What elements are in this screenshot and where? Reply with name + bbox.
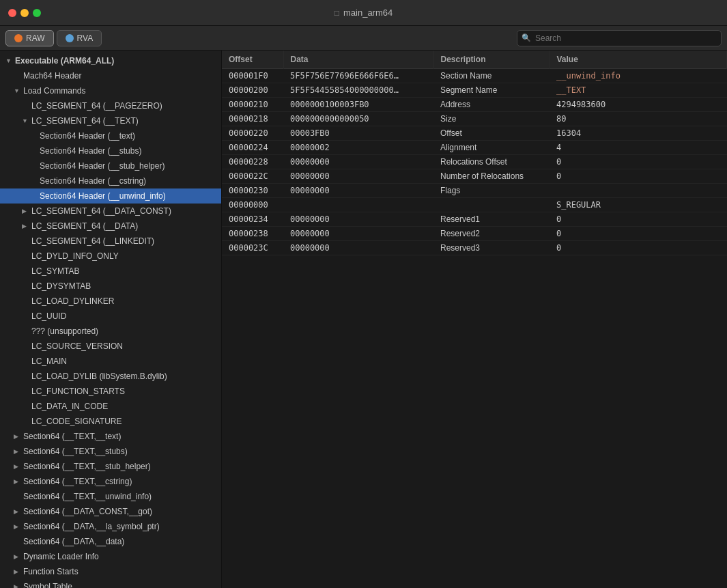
sidebar-item-section64-text-unwind-info[interactable]: Section64 (__TEXT,__unwind_info) — [0, 489, 221, 504]
cell-description: Number of Relocations — [433, 169, 550, 184]
sidebar-item-section64-text-text[interactable]: Section64 (__TEXT,__text) — [0, 429, 221, 444]
cell-offset: 00000238 — [222, 227, 283, 241]
chevron-icon — [22, 117, 30, 124]
sidebar-item-label: Function Starts — [23, 567, 79, 576]
sidebar-item-lc-dyld-info-only[interactable]: LC_DYLD_INFO_ONLY — [0, 249, 221, 264]
window-title: □ main_arm64 — [334, 8, 393, 18]
cell-value — [550, 184, 727, 198]
rva-label: RVA — [77, 33, 94, 43]
sidebar-item-section64-stub-helper[interactable]: Section64 Header (__stub_helper) — [0, 158, 221, 173]
sidebar-item-symbol-table[interactable]: Symbol Table — [0, 579, 221, 588]
toolbar: RAW RVA 🔍 — [0, 26, 727, 51]
sidebar-item-label: Section64 (__TEXT,__stub_helper) — [23, 462, 151, 471]
maximize-button[interactable] — [33, 9, 41, 17]
table-row: 0000022000003FB0Offset16304 — [222, 126, 727, 141]
sidebar-item-lc-main[interactable]: LC_MAIN — [0, 354, 221, 369]
window-icon: □ — [334, 8, 339, 18]
sidebar-item-mach64-header[interactable]: Mach64 Header — [0, 68, 221, 83]
sidebar-item-label: LC_CODE_SIGNATURE — [31, 417, 122, 426]
sidebar-item-section64-text-stub-helper[interactable]: Section64 (__TEXT,__stub_helper) — [0, 459, 221, 474]
sidebar-item-section64-data-la-symbol-ptr[interactable]: Section64 (__DATA,__la_symbol_ptr) — [0, 519, 221, 534]
cell-offset: 000001F0 — [222, 69, 283, 83]
sidebar-item-lc-code-signature[interactable]: LC_CODE_SIGNATURE — [0, 414, 221, 429]
sidebar-item-label: Section64 (__DATA,__data) — [23, 537, 124, 546]
sidebar-item-lc-load-dylinker[interactable]: LC_LOAD_DYLINKER — [0, 294, 221, 309]
cell-data — [283, 198, 433, 212]
sidebar-item-lc-uuid[interactable]: LC_UUID — [0, 309, 221, 324]
cell-description — [433, 198, 550, 212]
sidebar-item-lc-segment-data-const[interactable]: LC_SEGMENT_64 (__DATA_CONST) — [0, 204, 221, 219]
sidebar-item-lc-segment-data[interactable]: LC_SEGMENT_64 (__DATA) — [0, 219, 221, 234]
table-row: 0000023800000000Reserved20 — [222, 227, 727, 241]
sidebar-item-section64-data-const-got[interactable]: Section64 (__DATA_CONST,__got) — [0, 504, 221, 519]
cell-data: 5F5F54455854000000000… — [283, 83, 433, 98]
sidebar-item-function-starts[interactable]: Function Starts — [0, 564, 221, 579]
table-row: 0000023C00000000Reserved30 — [222, 241, 727, 255]
chevron-icon — [14, 433, 22, 440]
sidebar-item-lc-source-version[interactable]: LC_SOURCE_VERSION — [0, 339, 221, 354]
cell-data: 00000000 — [283, 184, 433, 198]
cell-value: 80 — [550, 112, 727, 126]
sidebar-item-label: LC_DYSYMTAB — [31, 281, 91, 291]
cell-data: 00000000 — [283, 169, 433, 184]
search-input[interactable] — [517, 30, 722, 46]
cell-value: 0 — [550, 169, 727, 184]
sidebar-item-section64-data-data[interactable]: Section64 (__DATA,__data) — [0, 534, 221, 549]
cell-value: S_REGULAR — [550, 198, 727, 212]
sidebar-item-label: Symbol Table — [23, 582, 72, 588]
cell-offset: 00000230 — [222, 184, 283, 198]
cell-offset: 00000220 — [222, 126, 283, 141]
sidebar-item-label: Section64 Header (__text) — [40, 131, 135, 141]
sidebar-item-section64-text-cstring[interactable]: Section64 (__TEXT,__cstring) — [0, 474, 221, 489]
sidebar-item-load-commands[interactable]: Load Commands — [0, 83, 221, 98]
sidebar-item-section64-unwind-info[interactable]: Section64 Header (__unwind_info) — [0, 188, 221, 204]
sidebar-item-section64-cstring[interactable]: Section64 Header (__cstring) — [0, 173, 221, 188]
close-button[interactable] — [8, 9, 16, 17]
chevron-icon — [14, 523, 22, 530]
sidebar-item-label: Load Commands — [23, 86, 85, 96]
rva-button[interactable]: RVA — [57, 30, 102, 46]
cell-data: 00000000 — [283, 227, 433, 241]
col-header-data: Data — [283, 51, 433, 69]
chevron-icon — [14, 568, 22, 575]
sidebar-item-lc-dysymtab[interactable]: LC_DYSYMTAB — [0, 279, 221, 294]
sidebar-item-label: Section64 (__TEXT,__stubs) — [23, 447, 128, 456]
sidebar-item-section64-text-stubs[interactable]: Section64 (__TEXT,__stubs) — [0, 444, 221, 459]
data-table: Offset Data Description Value 000001F05F… — [222, 51, 727, 255]
cell-value: 0 — [550, 227, 727, 241]
cell-data: 00000000 — [283, 212, 433, 227]
sidebar-item-section64-stubs[interactable]: Section64 Header (__stubs) — [0, 143, 221, 158]
sidebar-item-label: LC_SEGMENT_64 (__DATA) — [31, 221, 138, 231]
sidebar-item-label: Section64 (__DATA,__la_symbol_ptr) — [23, 522, 160, 531]
chevron-icon — [5, 57, 14, 64]
sidebar-item-dynamic-loader-info[interactable]: Dynamic Loader Info — [0, 549, 221, 564]
sidebar-item-executable[interactable]: Executable (ARM64_ALL) — [0, 53, 221, 68]
sidebar-item-label: LC_SEGMENT_64 (__LINKEDIT) — [31, 236, 154, 246]
sidebar-item-lc-segment-linkedit[interactable]: LC_SEGMENT_64 (__LINKEDIT) — [0, 234, 221, 249]
chevron-icon — [14, 448, 22, 455]
sidebar-item-lc-data-in-code[interactable]: LC_DATA_IN_CODE — [0, 399, 221, 414]
sidebar-item-lc-symtab[interactable]: LC_SYMTAB — [0, 264, 221, 279]
sidebar-item-lc-segment-text[interactable]: LC_SEGMENT_64 (__TEXT) — [0, 113, 221, 128]
sidebar-item-lc-segment-pagezero[interactable]: LC_SEGMENT_64 (__PAGEZERO) — [0, 98, 221, 113]
minimize-button[interactable] — [20, 9, 29, 17]
content-panel: Offset Data Description Value 000001F05F… — [222, 51, 727, 588]
sidebar-item-label: Section64 (__TEXT,__text) — [23, 432, 121, 441]
sidebar-item-label: LC_SOURCE_VERSION — [31, 341, 123, 351]
cell-data: 0000000100003FB0 — [283, 98, 433, 112]
cell-description: Relocations Offset — [433, 155, 550, 169]
table-row: 0000023000000000Flags — [222, 184, 727, 198]
cell-description: Flags — [433, 184, 550, 198]
chevron-icon — [14, 463, 22, 470]
cell-offset: 0000022C — [222, 169, 283, 184]
sidebar-item-section64-text[interactable]: Section64 Header (__text) — [0, 128, 221, 143]
raw-button[interactable]: RAW — [5, 30, 54, 46]
cell-value: 4 — [550, 141, 727, 155]
raw-label: RAW — [26, 33, 45, 43]
search-icon: 🔍 — [522, 33, 531, 42]
rva-icon — [66, 34, 74, 42]
sidebar-item-lc-load-dylib[interactable]: LC_LOAD_DYLIB (libSystem.B.dylib) — [0, 369, 221, 384]
sidebar-item-lc-function-starts[interactable]: LC_FUNCTION_STARTS — [0, 384, 221, 399]
sidebar-item-lc-unsupported[interactable]: ??? (unsupported) — [0, 324, 221, 339]
cell-offset: 00000210 — [222, 98, 283, 112]
